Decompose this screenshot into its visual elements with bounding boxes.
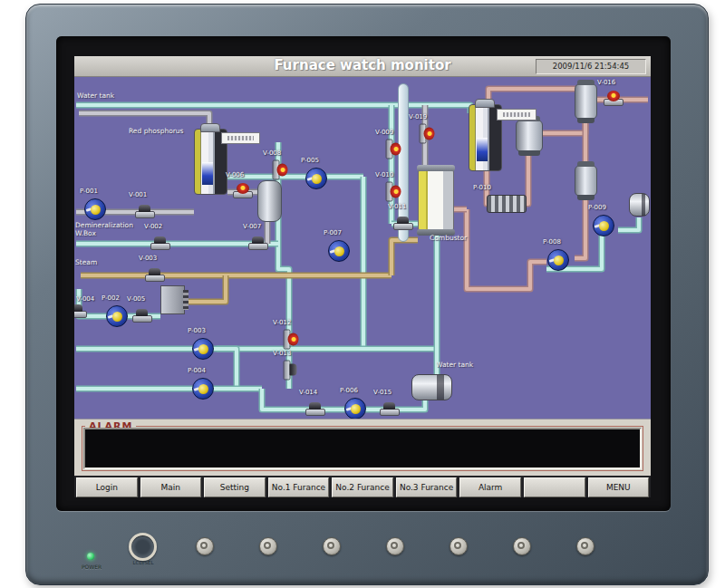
valve-V-007-icon[interactable] <box>248 236 268 250</box>
pipe <box>217 349 237 389</box>
heat-exchanger <box>160 285 185 314</box>
pump-P-005-icon[interactable] <box>305 168 327 189</box>
valve-V-005-icon[interactable] <box>132 309 152 323</box>
valve-V-008-icon[interactable] <box>273 160 286 180</box>
equipment-tag-V-015: V-015 <box>373 389 392 396</box>
reactor-1-tag <box>221 132 260 144</box>
pipe <box>467 209 546 289</box>
power-led-icon <box>87 553 94 560</box>
equipment-tag-V-011: V-011 <box>388 203 406 210</box>
diagram-text-label: Combustor <box>430 234 467 242</box>
valve-V-014-icon[interactable] <box>305 402 325 416</box>
valve-V-012-icon[interactable] <box>284 330 297 350</box>
equipment-tag-P-009: P-009 <box>588 204 606 211</box>
equipment-tag-V-019: V-019 <box>409 113 427 120</box>
valve-V-011-icon[interactable] <box>393 217 413 230</box>
diagram-text-label: Red phosphorus <box>129 127 184 135</box>
combustor-vessel <box>418 169 454 231</box>
toolbar-button-no-2-furance[interactable]: No.2 Furance <box>332 477 393 497</box>
selector-label: LCD/SEL <box>118 560 169 565</box>
equipment-tag-V-006: V-006 <box>226 171 244 178</box>
valve-V-001-icon[interactable] <box>135 205 155 218</box>
diagram-text-label: W.Box <box>75 229 96 237</box>
equipment-tag-V-010: V-010 <box>375 171 393 178</box>
equipment-tag-P-005: P-005 <box>301 157 319 164</box>
pump-P-001-icon[interactable] <box>84 198 106 220</box>
valve-V-006-icon[interactable] <box>233 185 253 198</box>
pump-P-008-icon[interactable] <box>547 249 569 271</box>
function-button-6[interactable] <box>513 537 531 555</box>
toolbar-button-blank[interactable] <box>524 477 585 497</box>
equipment-tag-P-002: P-002 <box>102 294 120 302</box>
valve-V-013-icon[interactable] <box>284 361 297 381</box>
function-button-3[interactable] <box>323 537 341 555</box>
process-diagram: P-010P-001P-002P-003P-004P-005P-007P-006… <box>74 77 651 419</box>
valve-V-003-icon[interactable] <box>145 268 165 282</box>
equipment-tag-V-002: V-002 <box>144 223 162 230</box>
function-button-2[interactable] <box>259 537 277 555</box>
toolbar-button-login[interactable]: Login <box>76 477 138 497</box>
valve-V-015-icon[interactable] <box>380 402 400 416</box>
datetime-display: 2009/11/6 21:54:45 <box>536 59 646 74</box>
toolbar-button-no-3-furance[interactable]: No.3 Furance <box>396 477 458 497</box>
P-010 <box>487 195 527 213</box>
equipment-tag-P-006: P-006 <box>340 387 358 394</box>
pump-P-006-icon[interactable] <box>344 398 366 419</box>
monitor-photo: Furnace watch monitor 2009/11/6 21:54:45… <box>0 0 725 588</box>
function-button-7[interactable] <box>576 537 594 555</box>
diagram-text-label: Demineralization <box>75 221 133 229</box>
pipe <box>392 240 418 275</box>
function-button-5[interactable] <box>450 537 468 555</box>
toolbar: LoginMainSettingNo.1 FuranceNo.2 Furance… <box>74 476 651 497</box>
valve-V-010-icon[interactable] <box>386 182 400 202</box>
selector-knob[interactable] <box>129 533 157 561</box>
pipe <box>467 209 546 289</box>
separator-2 <box>575 83 597 120</box>
pipe <box>392 240 418 275</box>
water-tank-vessel <box>411 374 452 400</box>
pipe <box>618 217 639 230</box>
valve-V-019-icon[interactable] <box>420 124 433 144</box>
alarm-display <box>83 428 642 469</box>
equipment-tag-P-008: P-008 <box>543 238 561 246</box>
equipment-tag-V-016: V-016 <box>597 79 615 86</box>
function-button-4[interactable] <box>386 537 404 555</box>
toolbar-button-menu[interactable]: MENU <box>588 477 650 497</box>
equipment-tag-V-009: V-009 <box>375 129 393 136</box>
power-led-label: POWER <box>71 564 112 570</box>
diagram-text-label: Water tank <box>77 92 114 100</box>
diagram-text-label: Water tank <box>436 361 473 369</box>
equipment-tag-V-001: V-001 <box>129 191 147 198</box>
small-tank <box>629 193 650 217</box>
valve-V-009-icon[interactable] <box>386 140 400 159</box>
pump-P-003-icon[interactable] <box>192 338 214 360</box>
equipment-tag-P-004: P-004 <box>188 367 206 374</box>
equipment-tag-V-005: V-005 <box>127 295 145 303</box>
equipment-tag-P-003: P-003 <box>188 327 206 334</box>
valve-V-004-icon[interactable] <box>74 304 87 318</box>
toolbar-button-setting[interactable]: Setting <box>204 477 266 497</box>
valve-V-002-icon[interactable] <box>150 236 170 250</box>
equipment-tag-V-013: V-013 <box>273 350 291 357</box>
separator-3 <box>575 165 597 197</box>
hmi-screen: Furnace watch monitor 2009/11/6 21:54:45… <box>74 56 651 497</box>
pump-P-007-icon[interactable] <box>328 240 350 262</box>
toolbar-button-main[interactable]: Main <box>140 477 202 497</box>
equipment-tag-V-007: V-007 <box>243 223 261 230</box>
pipe <box>185 275 226 302</box>
equipment-tag-V-008: V-008 <box>263 149 281 157</box>
equipment-tag-V-012: V-012 <box>273 319 291 326</box>
pipe <box>575 195 585 258</box>
equipment-tag-V-004: V-004 <box>76 295 94 303</box>
pump-P-004-icon[interactable] <box>192 378 214 400</box>
function-button-1[interactable] <box>196 537 214 555</box>
valve-V-016-icon[interactable] <box>604 92 624 106</box>
toolbar-button-alarm[interactable]: Alarm <box>459 477 521 497</box>
pump-P-002-icon[interactable] <box>106 305 128 327</box>
reactor-2-tag <box>497 109 536 120</box>
canister <box>257 180 282 222</box>
toolbar-button-no-1-furance[interactable]: No.1 Furance <box>268 477 330 497</box>
separator-1 <box>516 120 543 152</box>
equipment-tag-V-003: V-003 <box>139 255 157 262</box>
pump-P-009-icon[interactable] <box>593 215 614 236</box>
